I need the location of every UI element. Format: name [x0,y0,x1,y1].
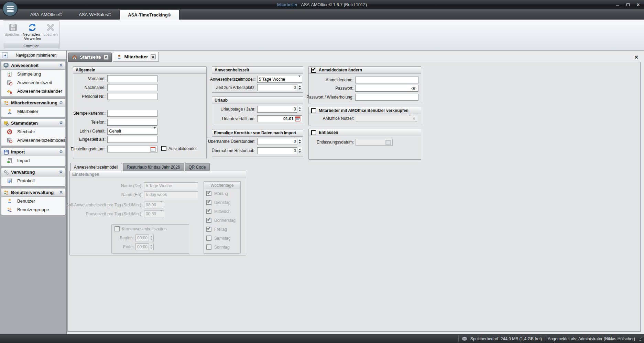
eye-icon[interactable] [411,87,417,90]
spinner-buttons[interactable] [297,106,302,113]
attendance-model-icon [7,138,12,143]
close-document-button[interactable]: ✕ [634,54,638,60]
sidebar-item-anwesenheitszeitmodell[interactable]: Anwesenheitszeitmodell [1,136,65,145]
day-label: Freitag [214,227,227,232]
sidebar-item-import[interactable]: Import [1,156,65,165]
nachname-input[interactable] [107,84,157,91]
delete-x-icon [46,23,55,32]
clear-selection-icon[interactable]: ✕ [413,117,415,121]
zeit-zum-arbeitsplatz-spinner[interactable]: 0 [257,84,302,91]
lohn-gehalt-select[interactable]: Gehalt [107,128,157,135]
tab-startseite[interactable]: Startseite ✕ [68,53,112,62]
passwort-input[interactable] [355,85,418,92]
minimize-button[interactable] [615,2,620,7]
entlassen-checkbox[interactable] [311,130,316,135]
kern-beginn-spinner: 00:00 [135,235,154,241]
collapse-chevron-icon[interactable] [59,121,63,126]
sidebar-group-header-anwesenheit[interactable]: Anwesenheit [1,61,65,70]
auszubildender-label: Auszubildender [168,146,197,151]
sidebar-item-protokoll[interactable]: Protokoll [1,176,65,185]
sidebar-item-label: Import [17,158,30,163]
status-bar: Speicherbedarf: 244,0 MB (1,4 GB frei) A… [0,334,644,343]
calendar-icon[interactable] [295,116,301,122]
minimize-icon [616,5,619,6]
save-label: Speichern [4,32,22,36]
nav-minimize-bar[interactable]: ◄ Navigation minimieren [0,51,66,60]
verknuepfen-checkbox[interactable] [311,108,316,113]
reload-discard-button[interactable]: Neu laden - Verwerfen [23,22,42,43]
app-tab-timetracking[interactable]: ASA-TimeTracking© [119,10,179,20]
calendar-icon-disabled [385,140,391,145]
eingestellt-als-input[interactable] [107,136,157,143]
sidebar-group-header-import[interactable]: Import [1,148,65,156]
sidebar-item-label: Mitarbeiter [17,109,38,114]
einstellungsdatum-input[interactable] [107,146,157,152]
anwesenheitszeitmodell-select[interactable]: 5 Tage Woche [257,76,302,83]
calendar-icon[interactable] [150,147,156,152]
sidebar-item-label: Anwesenheitszeitmodell [17,138,65,143]
sidebar-item-stempelung[interactable]: Stempelung [1,70,65,78]
day-label: Dienstag [214,200,230,205]
sidebar-group-header-verwaltung[interactable]: Verwaltung [1,168,65,176]
stempelkartennr-input[interactable] [107,110,157,117]
resize-grip[interactable] [638,337,643,341]
uebernahme-resturlaub-spinner[interactable]: 0 [257,147,302,154]
worker-group-icon [7,207,12,213]
tab-qr-code[interactable]: QR Code [185,163,210,171]
collapse-chevron-icon[interactable] [59,63,63,68]
tab-close-icon[interactable]: ✕ [151,54,156,59]
tab-anwesenheitszeitmodell[interactable]: Anwesenheitszeitmodell [70,163,122,171]
spinner-buttons[interactable] [297,147,302,154]
save-button[interactable]: Speichern [4,22,22,43]
tab-mitarbeiter[interactable]: Mitarbeiter ✕ [113,52,159,62]
tab-resturlaub[interactable]: Resturlaub für das Jahr 2026 [123,163,184,171]
amoffice-nutzer-select[interactable]: ✕ [356,115,417,122]
sidebar-group-header-mitarbeiterverwaltung[interactable]: Mitarbeiterverwaltung [1,99,65,107]
sidebar-item-abwesenheitskalender[interactable]: Abwesenheitskalender [1,87,65,95]
entlassungsdatum-input[interactable] [356,139,393,146]
memory-status: Speicherbedarf: 244,0 MB (1,4 GB frei) [470,336,542,341]
urlaub-verfall-date-input[interactable]: 01.01 [257,115,302,122]
sidebar-item-stechuhr[interactable]: Stechuhr [1,127,65,136]
groupbox-title: Einmalige Korrektur von Daten nach Impor… [214,130,296,135]
app-tab-amoffice[interactable]: ASA-AMOffice© [22,9,70,20]
anmeldename-input[interactable] [355,77,418,83]
detail-tab-strip: Anwesenheitszeitmodell Resturlaub für da… [70,163,210,171]
urlaubstage-spinner[interactable]: 0 [257,106,302,113]
collapse-arrow-icon[interactable]: ◄ [2,52,8,58]
absence-calendar-icon [7,89,12,94]
time-clock-icon [7,129,12,135]
sidebar-item-anwesenheitszeit[interactable]: Anwesenheitszeit [1,78,65,87]
vorname-input[interactable] [107,75,157,82]
spinner-buttons[interactable] [297,84,302,91]
presence-monitor-icon [3,63,9,68]
collapse-chevron-icon[interactable] [59,150,63,155]
delete-button[interactable]: Löschen [43,22,58,43]
collapse-chevron-icon[interactable] [59,101,63,105]
sidebar-group-header-stammdaten[interactable]: Stammdaten [1,119,65,127]
freitag-checkbox [206,227,211,232]
anmeldedaten-checkbox[interactable] [311,68,316,73]
close-button[interactable]: ✕ [636,2,641,7]
sidebar-item-benutzergruppe[interactable]: Benutzergruppe [1,205,65,214]
app-tab-whsales[interactable]: ASA-WHSales© [70,9,119,20]
donnerstag-checkbox [206,218,211,223]
auszubildender-checkbox[interactable] [161,146,166,151]
collapse-chevron-icon[interactable] [59,170,63,175]
sidebar-item-benutzer[interactable]: Benutzer [1,197,65,205]
sidebar-item-mitarbeiter[interactable]: Mitarbeiter [1,107,65,116]
sidebar-item-label: Abwesenheitskalender [17,89,62,94]
maximize-button[interactable] [625,2,630,7]
sidebar-group-mitarbeiterverwaltung: Mitarbeiterverwaltung Mitarbeiter [1,99,65,117]
uebernahme-ueberstunden-spinner[interactable]: 0 [257,138,302,145]
sidebar-group-header-benutzerverwaltung[interactable]: Benutzerverwaltung [1,188,65,197]
telefon-input[interactable] [107,119,157,126]
passwort-wiederholung-input[interactable] [355,94,418,101]
floppy-blue-icon [3,149,9,155]
gears-icon [3,170,9,175]
tab-close-icon[interactable]: ✕ [103,55,109,60]
app-menu-button[interactable] [2,1,18,16]
personalnr-input[interactable] [107,93,157,100]
collapse-chevron-icon[interactable] [59,190,63,195]
spinner-buttons[interactable] [297,138,302,145]
